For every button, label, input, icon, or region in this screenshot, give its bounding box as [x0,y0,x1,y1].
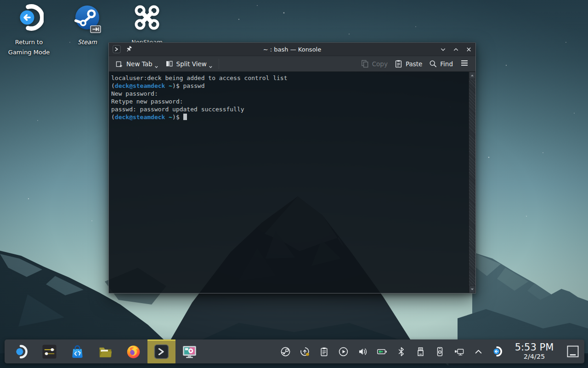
split-view-icon [165,59,174,68]
desktop-icon-steam[interactable]: Steam [59,3,116,47]
taskbar-discover[interactable] [63,339,91,363]
taskbar-file-manager[interactable] [91,339,119,363]
terminal-line: localuser:deck being added to access con… [111,74,465,82]
digital-clock[interactable]: 5:53 PM 2/4/25 [507,342,561,360]
terminal-line: New password: [111,90,465,98]
pin-icon [125,46,133,53]
scroll-down-button[interactable] [469,286,475,293]
clock-date: 2/4/25 [507,353,561,360]
taskbar-system-settings[interactable] [35,339,63,363]
taskbar-application-launcher[interactable] [7,339,35,363]
new-tab-label: New Tab [126,60,153,68]
close-button[interactable] [464,45,473,53]
hamburger-icon [460,58,469,69]
split-view-label: Split View [176,60,207,68]
return-to-gaming-mode-icon [14,3,44,32]
terminal-output: localuser:deck being added to access con… [109,72,475,121]
terminal-line: (deck@steamdeck ~)$ passwd [111,82,465,90]
find-button[interactable]: Find [425,58,456,70]
terminal-cursor [183,114,187,120]
tray-battery[interactable] [372,339,391,363]
konsole-toolbar: New Tab Split View Copy Paste Find [109,56,475,72]
tray-volume[interactable] [353,339,372,363]
search-icon [429,59,437,68]
desktop: Return toGaming ModeSteamNonSteam ~ : ba… [0,0,588,368]
taskbar-firefox[interactable] [119,339,147,363]
desktop-icon-return-to-gaming-mode[interactable]: Return toGaming Mode [0,3,57,58]
terminal-line: Retype new password: [111,98,465,105]
maximize-button[interactable] [452,45,460,53]
tray-kde-connect-phone[interactable] [430,339,449,363]
taskbar-konsole[interactable] [147,339,175,363]
terminal-scrollbar[interactable] [469,72,475,293]
copy-label: Copy [372,60,388,68]
window-titlebar[interactable]: ~ : bash — Konsole [109,43,475,56]
tray-usb-device[interactable] [411,339,430,363]
scroll-up-button[interactable] [469,72,475,79]
tray-clipboard[interactable] [314,339,334,363]
nonsteam-icon [132,3,162,32]
copy-icon [361,59,369,68]
toolbar-separator [219,59,219,69]
terminal-view[interactable]: localuser:deck being added to access con… [109,72,475,293]
tray-network[interactable] [449,339,469,363]
konsole-window-icon [113,45,121,53]
copy-button[interactable]: Copy [357,58,391,70]
split-view-button[interactable]: Split View [162,58,216,70]
tray-media-player[interactable] [334,339,353,363]
tray-expand-tray[interactable] [469,339,488,363]
find-label: Find [440,60,453,68]
chevron-down-icon [154,65,158,69]
hamburger-menu-button[interactable] [456,58,473,70]
window-controls [439,45,473,53]
paste-label: Paste [406,60,422,68]
steam-icon [73,3,102,32]
konsole-window: ~ : bash — Konsole New Tab Split View [108,42,476,293]
desktop-icon-label: Return toGaming Mode [0,37,57,58]
chevron-down-icon [209,65,213,69]
minimize-button[interactable] [439,45,447,53]
tray-bluetooth[interactable] [391,339,411,363]
taskbar-spectacle[interactable] [175,339,204,363]
symlink-emblem-icon [90,25,101,33]
paste-button[interactable]: Paste [391,58,425,70]
taskbar-panel: 5:53 PM 2/4/25 [5,339,584,363]
terminal-line: (deck@steamdeck ~)$ [111,113,465,121]
desktop-icon-nonsteam[interactable]: NonSteam [119,3,175,47]
show-desktop-button[interactable] [564,342,582,361]
new-tab-button[interactable]: New Tab [112,58,162,70]
window-title: ~ : bash — Konsole [109,46,475,53]
paste-icon [394,59,403,68]
tray-updates[interactable] [295,339,314,363]
clock-time: 5:53 PM [507,342,561,352]
tray-steam-tray[interactable] [276,339,295,363]
tray-gaming-mode-tray[interactable] [488,339,507,363]
desktop-icon-label: Steam [59,37,116,47]
terminal-line: passwd: password updated successfully [111,105,465,113]
new-tab-icon [115,59,124,68]
